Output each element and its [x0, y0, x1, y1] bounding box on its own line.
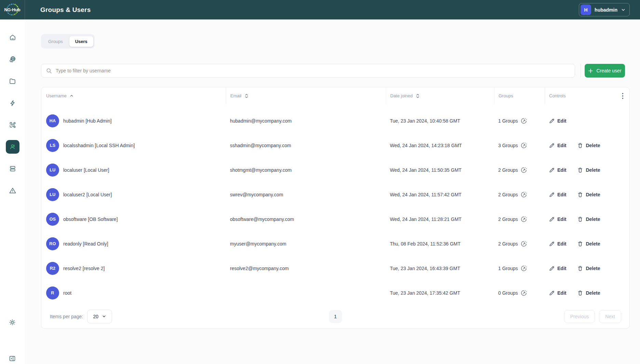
groups-count-text: 1 Groups	[498, 118, 518, 124]
edit-button[interactable]: Edit	[549, 142, 566, 149]
edit-button[interactable]: Edit	[549, 118, 566, 124]
items-per-page-label: Items per page:	[50, 314, 83, 319]
home-icon	[9, 34, 16, 41]
date-joined-cell: Tue, 23 Jan 2024, 10:40:58 GMT	[386, 118, 494, 124]
sidebar-item-servers[interactable]	[6, 162, 19, 176]
username-text: hubadmin [Hub Admin]	[63, 118, 112, 124]
table-header-row: Username Email Date joined	[41, 87, 629, 104]
lightning-icon	[9, 99, 16, 107]
trash-icon	[577, 290, 583, 296]
next-page-button[interactable]: Next	[599, 310, 621, 323]
groups-cell: 1 Groups	[494, 265, 545, 272]
edit-button[interactable]: Edit	[549, 167, 566, 173]
items-per-page-value: 20	[93, 314, 98, 319]
date-joined-cell: Thu, 08 Feb 2024, 11:52:36 GMT	[386, 241, 494, 247]
edit-button[interactable]: Edit	[549, 290, 566, 296]
groups-count-text: 3 Groups	[498, 143, 518, 148]
column-label: Controls	[549, 93, 566, 98]
sidebar-item-files[interactable]	[6, 74, 19, 88]
delete-button[interactable]: Delete	[577, 216, 600, 222]
column-header-email[interactable]: Email	[226, 87, 386, 104]
avatar: LU	[46, 164, 59, 177]
delete-button[interactable]: Delete	[577, 241, 600, 247]
delete-label: Delete	[586, 290, 600, 296]
sidebar-item-alerts[interactable]	[6, 184, 19, 197]
username-text: localsshadmin [Local SSH Admin]	[63, 143, 135, 148]
groups-cell: 0 Groups	[494, 290, 545, 296]
search-input[interactable]	[56, 68, 570, 73]
groups-link-icon[interactable]	[520, 240, 527, 247]
delete-button[interactable]: Delete	[577, 290, 600, 296]
controls-cell: Edit Delete	[545, 241, 629, 247]
groups-link-icon[interactable]	[520, 117, 527, 124]
delete-button[interactable]: Delete	[577, 192, 600, 198]
date-joined-cell: Wed, 24 Jan 2024, 11:28:21 GMT	[386, 216, 494, 222]
date-joined-cell: Wed, 24 Jan 2024, 14:23:18 GMT	[386, 143, 494, 148]
delete-button[interactable]: Delete	[577, 142, 600, 149]
groups-link-icon[interactable]	[520, 290, 527, 296]
sidebar-collapse-toggle[interactable]	[5, 352, 19, 364]
column-header-date-joined[interactable]: Date joined	[386, 87, 494, 104]
sort-both-icon[interactable]	[244, 94, 249, 98]
page-number-button[interactable]: 1	[329, 310, 342, 323]
groups-link-icon[interactable]	[520, 216, 527, 223]
sort-asc-icon[interactable]	[69, 94, 74, 98]
sidebar-item-users[interactable]	[6, 140, 19, 154]
controls-cell: Edit Delete	[545, 142, 629, 149]
table-body: HA hubadmin [Hub Admin] hubadmin@mycompa…	[41, 104, 629, 305]
groups-link-icon[interactable]	[520, 167, 527, 173]
table-row: R2 resolve2 [resolve 2] resolve2@mycompa…	[41, 256, 629, 281]
column-header-groups: Groups	[494, 87, 545, 104]
groups-count-text: 0 Groups	[498, 290, 518, 296]
servers-icon	[9, 165, 16, 172]
toolbar-divider	[581, 64, 581, 78]
create-user-button[interactable]: Create user	[585, 64, 625, 78]
user-name: hubadmin	[595, 7, 617, 13]
edit-label: Edit	[557, 216, 566, 222]
groups-link-icon[interactable]	[520, 265, 527, 272]
username-cell: OS obsoftware [OB Software]	[41, 213, 226, 226]
groups-link-icon[interactable]	[520, 191, 527, 198]
tab-groups[interactable]: Groups	[42, 36, 69, 47]
delete-label: Delete	[586, 241, 600, 247]
pencil-icon	[549, 265, 555, 271]
groups-cell: 3 Groups	[494, 142, 545, 149]
column-header-controls: Controls	[545, 87, 629, 104]
sidebar-item-network-discovery[interactable]	[6, 53, 19, 66]
user-menu[interactable]: H hubadmin	[579, 3, 630, 16]
table-row: LU localuser2 [Local User] swrev@mycompa…	[41, 182, 629, 207]
edit-button[interactable]: Edit	[549, 216, 566, 222]
table-options-menu[interactable]	[622, 87, 624, 104]
edit-button[interactable]: Edit	[549, 241, 566, 247]
edit-button[interactable]: Edit	[549, 192, 566, 198]
column-header-username[interactable]: Username	[41, 87, 226, 104]
sidebar	[0, 19, 25, 364]
username-cell: LS localsshadmin [Local SSH Admin]	[41, 139, 226, 152]
username-text: localuser2 [Local User]	[63, 192, 112, 197]
controls-cell: Edit	[545, 118, 629, 124]
email-cell: resolve2@mycompany.com	[226, 266, 386, 271]
column-label: Email	[230, 93, 242, 98]
tab-users[interactable]: Users	[69, 36, 93, 47]
items-per-page-select[interactable]: 20	[87, 310, 112, 323]
edit-label: Edit	[557, 290, 566, 296]
trash-icon	[577, 241, 583, 247]
sidebar-item-home[interactable]	[6, 31, 19, 44]
previous-page-button[interactable]: Previous	[564, 310, 595, 323]
delete-button[interactable]: Delete	[577, 167, 600, 173]
sidebar-item-settings[interactable]	[5, 316, 19, 329]
edit-label: Edit	[557, 167, 566, 173]
delete-button[interactable]: Delete	[577, 265, 600, 271]
logo-dots-icon: NG-Hub	[3, 2, 22, 17]
sidebar-item-topology[interactable]	[6, 118, 19, 132]
edit-label: Edit	[557, 241, 566, 247]
pagination-bar: Items per page: 20 1 Previous Next	[41, 305, 629, 328]
search-box[interactable]	[41, 64, 575, 78]
table-row: OS obsoftware [OB Software] obsoftware@m…	[41, 207, 629, 232]
sidebar-item-actions[interactable]	[6, 96, 19, 110]
groups-link-icon[interactable]	[520, 142, 527, 149]
edit-button[interactable]: Edit	[549, 265, 566, 271]
date-joined-cell: Tue, 23 Jan 2024, 16:43:39 GMT	[386, 266, 494, 271]
delete-label: Delete	[586, 192, 600, 197]
sort-both-icon[interactable]	[416, 94, 420, 98]
